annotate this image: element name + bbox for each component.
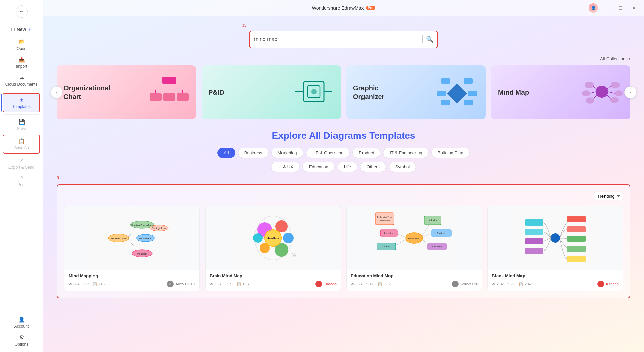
graphic-organizer-image [435, 73, 479, 112]
svg-rect-17 [468, 91, 477, 96]
maximize-button[interactable]: □ [616, 3, 625, 13]
likes-stat: ♡ 2 [83, 282, 89, 286]
explore-prefix: Explore [272, 130, 309, 141]
svg-rect-90 [567, 216, 586, 222]
filter-marketing[interactable]: Marketing [271, 148, 303, 158]
sidebar-item-cloud[interactable]: ☁ Cloud Documents [0, 71, 43, 89]
svg-line-30 [608, 92, 615, 93]
svg-rect-91 [567, 226, 586, 232]
template-stats-mind-mapping: 👁 384 ♡ 2 📋 216 [69, 282, 105, 286]
svg-rect-93 [567, 246, 586, 252]
svg-point-57 [253, 233, 263, 243]
filter-life[interactable]: Life [338, 162, 357, 172]
svg-point-24 [615, 90, 623, 96]
back-button[interactable]: ← [16, 5, 28, 18]
template-card-brain-mind-map[interactable]: Headline % [205, 206, 341, 291]
template-card-education-mind-map[interactable]: Performing Thur UI Research Mind Map Ind… [346, 206, 482, 291]
sidebar-item-print[interactable]: 🖨 Print [0, 172, 43, 190]
new-icon: □ [11, 27, 14, 32]
author-avatar-2: K [315, 281, 322, 287]
template-info-brain-mind-map: Brain Mind Map 👁 2.5k ♡ 72 📋 1.6k K Kira… [206, 270, 341, 291]
author-name-3: Jollion Rui [460, 282, 478, 286]
template-info-education-mind-map: Education Mind Map 👁 3.2k ♡ 88 📋 2.8k J … [347, 270, 482, 291]
sidebar-templates-label: Templates [12, 104, 31, 109]
saveas-icon: 📋 [18, 138, 25, 144]
sidebar-item-saveas[interactable]: 📋 Save As [3, 135, 40, 154]
carousel-next-button[interactable]: › [624, 86, 637, 98]
sidebar-item-save[interactable]: 💾 Save [0, 116, 43, 134]
all-collections-link[interactable]: All Collections › [600, 56, 630, 61]
search-button[interactable]: 🔍 [426, 36, 433, 43]
author-row: A Army 03207 [167, 281, 195, 287]
minimize-button[interactable]: − [602, 3, 612, 13]
template-card-mind-mapping[interactable]: Pendahuluan Identitas Perusahaan Pendeka… [64, 206, 200, 291]
carousel-card-graphic-organizer[interactable]: GraphicOrganizer [346, 65, 486, 119]
svg-text:Headline: Headline [267, 237, 279, 240]
svg-rect-20 [437, 91, 446, 96]
likes-stat: ♡ 88 [366, 282, 374, 286]
svg-text:Performing Thur: Performing Thur [377, 216, 392, 218]
svg-rect-97 [525, 238, 543, 244]
svg-text:Location: Location [384, 232, 394, 234]
svg-rect-7 [163, 93, 175, 101]
copies-stat: 📋 2.4k [519, 282, 532, 286]
template-name-brain-mind-map: Brain Mind Map [210, 273, 337, 278]
search-input[interactable] [254, 36, 419, 42]
sidebar-account-label: Account [14, 324, 29, 329]
template-stats-blank-mind-map: 👁 2.3k ♡ 33 📋 2.4k [492, 282, 532, 286]
collections-row: All Collections › [57, 56, 630, 61]
filter-all[interactable]: All [217, 148, 235, 158]
svg-text:%: % [292, 252, 296, 258]
sidebar-item-import[interactable]: 📥 Import [0, 54, 43, 71]
save-icon: 💾 [18, 119, 25, 125]
copies-stat: 📋 2.8k [378, 282, 391, 286]
svg-point-26 [585, 82, 594, 88]
template-stats-brain-mind-map: 👁 2.5k ♡ 72 📋 1.6k [210, 282, 249, 286]
carousel-prev-button[interactable]: ‹ [51, 86, 63, 98]
views-stat: 👁 2.3k [492, 282, 504, 286]
svg-rect-19 [441, 78, 450, 84]
filter-others[interactable]: Others [360, 162, 386, 172]
author-name-2: Kiraaaa [324, 282, 337, 286]
views-stat: 👁 384 [69, 282, 79, 286]
svg-point-25 [610, 97, 619, 103]
template-name-mind-mapping: Mind Mapping [69, 273, 195, 278]
sidebar-item-open[interactable]: 📂 Open [0, 36, 43, 54]
svg-rect-0 [162, 77, 176, 84]
sidebar-print-label: Print [17, 182, 26, 187]
template-card-blank-mind-map[interactable]: Blank Mind Map 👁 2.3k ♡ 33 📋 2.4k K Kira… [487, 206, 623, 291]
sidebar-item-templates[interactable]: ⊞ Templates [3, 93, 40, 112]
svg-text:Identitas Perusahaan: Identitas Perusahaan [131, 224, 153, 226]
sidebar-item-account[interactable]: 👤 Account [0, 314, 43, 331]
carousel-card-pid[interactable]: P&ID [202, 65, 341, 119]
filter-hr[interactable]: HR & Operation [306, 148, 350, 158]
filter-symbol[interactable]: Symbol [389, 162, 416, 172]
template-thumb-brain-mind-map: Headline % [206, 206, 341, 270]
svg-rect-98 [525, 248, 543, 254]
step2-label: 2. [242, 23, 445, 28]
svg-text:Industry: Industry [429, 219, 437, 222]
carousel-card-mindmap[interactable]: Mind Map [491, 65, 630, 119]
sort-select[interactable]: Trending Newest Popular [594, 192, 623, 200]
svg-rect-92 [567, 236, 586, 242]
filter-uiux[interactable]: UI & UX [271, 162, 300, 172]
template-grid: Pendahuluan Identitas Perusahaan Pendeka… [64, 206, 623, 291]
step3-label: 3. [57, 175, 630, 180]
options-icon: ⚙ [19, 334, 24, 341]
user-avatar[interactable]: 👤 [589, 3, 598, 13]
template-thumb-mind-mapping: Pendahuluan Identitas Perusahaan Pendeka… [64, 206, 199, 270]
sidebar-item-new[interactable]: □ New + [0, 23, 43, 36]
sidebar-item-export[interactable]: ↗ Export & Send [0, 154, 43, 172]
topbar-actions: 👤 − □ × [589, 3, 639, 13]
close-button[interactable]: × [629, 3, 639, 13]
filter-education[interactable]: Education [302, 162, 335, 172]
views-stat: 👁 3.2k [351, 282, 363, 286]
author-name: Army 03207 [176, 282, 195, 286]
carousel-card-orgchart[interactable]: OrganizationalChart [57, 65, 196, 119]
filter-it[interactable]: IT & Engineering [383, 148, 429, 158]
filter-building[interactable]: Building Plan [431, 148, 470, 158]
sidebar-item-options[interactable]: ⚙ Options [0, 331, 43, 349]
filter-business[interactable]: Business [238, 148, 269, 158]
print-icon: 🖨 [19, 175, 24, 181]
filter-product[interactable]: Product [352, 148, 380, 158]
